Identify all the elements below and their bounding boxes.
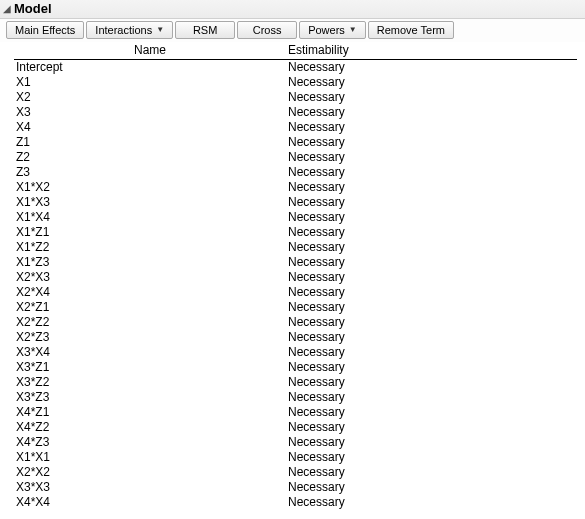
estimability-cell: Necessary	[286, 420, 577, 435]
term-name-cell: Intercept	[14, 60, 286, 76]
table-row[interactable]: X2Necessary	[14, 90, 577, 105]
table-row[interactable]: X3*Z1Necessary	[14, 360, 577, 375]
estimability-cell: Necessary	[286, 180, 577, 195]
interactions-button[interactable]: Interactions ▼	[86, 21, 173, 39]
rsm-button[interactable]: RSM	[175, 21, 235, 39]
estimability-cell: Necessary	[286, 75, 577, 90]
table-row[interactable]: X2*Z2Necessary	[14, 315, 577, 330]
toolbar: Main Effects Interactions ▼ RSM Cross Po…	[0, 19, 585, 42]
table-row[interactable]: X2*X4Necessary	[14, 285, 577, 300]
term-name-cell: X3*Z3	[14, 390, 286, 405]
table-row[interactable]: X2*Z1Necessary	[14, 300, 577, 315]
column-header-estimability[interactable]: Estimability	[286, 42, 577, 60]
term-name-cell: X4*Z3	[14, 435, 286, 450]
table-row[interactable]: X2*X3Necessary	[14, 270, 577, 285]
estimability-cell: Necessary	[286, 135, 577, 150]
column-header-name[interactable]: Name	[14, 42, 286, 60]
term-name-cell: X4*X4	[14, 495, 286, 510]
chevron-down-icon: ▼	[156, 26, 164, 34]
estimability-cell: Necessary	[286, 90, 577, 105]
estimability-cell: Necessary	[286, 330, 577, 345]
table-row[interactable]: X1*Z2Necessary	[14, 240, 577, 255]
table-row[interactable]: X3*X3Necessary	[14, 480, 577, 495]
estimability-cell: Necessary	[286, 120, 577, 135]
term-name-cell: X3*Z2	[14, 375, 286, 390]
term-name-cell: X2	[14, 90, 286, 105]
estimability-cell: Necessary	[286, 450, 577, 465]
estimability-cell: Necessary	[286, 105, 577, 120]
cross-button[interactable]: Cross	[237, 21, 297, 39]
term-name-cell: X1*X2	[14, 180, 286, 195]
table-row[interactable]: X1*Z1Necessary	[14, 225, 577, 240]
term-name-cell: X1*X4	[14, 210, 286, 225]
table-row[interactable]: X3*Z2Necessary	[14, 375, 577, 390]
term-name-cell: X1	[14, 75, 286, 90]
table-row[interactable]: Z3Necessary	[14, 165, 577, 180]
estimability-cell: Necessary	[286, 300, 577, 315]
estimability-cell: Necessary	[286, 375, 577, 390]
term-name-cell: X2*Z1	[14, 300, 286, 315]
term-name-cell: X1*X1	[14, 450, 286, 465]
estimability-cell: Necessary	[286, 195, 577, 210]
table-row[interactable]: X4Necessary	[14, 120, 577, 135]
remove-term-button[interactable]: Remove Term	[368, 21, 454, 39]
estimability-cell: Necessary	[286, 405, 577, 420]
table-row[interactable]: X4*X4Necessary	[14, 495, 577, 510]
table-row[interactable]: X4*Z1Necessary	[14, 405, 577, 420]
table-row[interactable]: X1*X4Necessary	[14, 210, 577, 225]
estimability-cell: Necessary	[286, 150, 577, 165]
term-name-cell: X1*Z3	[14, 255, 286, 270]
table-row[interactable]: X4*Z3Necessary	[14, 435, 577, 450]
estimability-cell: Necessary	[286, 360, 577, 375]
model-panel: ◢ Model Main Effects Interactions ▼ RSM …	[0, 0, 585, 516]
model-table: Name Estimability InterceptNecessaryX1Ne…	[14, 42, 577, 510]
term-name-cell: X2*Z3	[14, 330, 286, 345]
powers-label: Powers	[308, 24, 345, 36]
term-name-cell: X2*Z2	[14, 315, 286, 330]
table-row[interactable]: Z2Necessary	[14, 150, 577, 165]
term-name-cell: Z3	[14, 165, 286, 180]
estimability-cell: Necessary	[286, 225, 577, 240]
table-row[interactable]: X3*X4Necessary	[14, 345, 577, 360]
term-name-cell: X1*X3	[14, 195, 286, 210]
term-name-cell: X3*X3	[14, 480, 286, 495]
model-table-wrap: Name Estimability InterceptNecessaryX1Ne…	[0, 42, 585, 516]
estimability-cell: Necessary	[286, 495, 577, 510]
estimability-cell: Necessary	[286, 210, 577, 225]
estimability-cell: Necessary	[286, 60, 577, 76]
panel-header: ◢ Model	[0, 0, 585, 19]
estimability-cell: Necessary	[286, 255, 577, 270]
term-name-cell: X3*X4	[14, 345, 286, 360]
term-name-cell: X2*X2	[14, 465, 286, 480]
table-row[interactable]: X3Necessary	[14, 105, 577, 120]
table-row[interactable]: X1*X2Necessary	[14, 180, 577, 195]
main-effects-button[interactable]: Main Effects	[6, 21, 84, 39]
table-row[interactable]: InterceptNecessary	[14, 60, 577, 76]
table-row[interactable]: X4*Z2Necessary	[14, 420, 577, 435]
table-header-row: Name Estimability	[14, 42, 577, 60]
powers-button[interactable]: Powers ▼	[299, 21, 366, 39]
table-row[interactable]: X1*X1Necessary	[14, 450, 577, 465]
term-name-cell: X4*Z1	[14, 405, 286, 420]
term-name-cell: X4*Z2	[14, 420, 286, 435]
term-name-cell: X3	[14, 105, 286, 120]
estimability-cell: Necessary	[286, 270, 577, 285]
interactions-label: Interactions	[95, 24, 152, 36]
table-row[interactable]: X1*X3Necessary	[14, 195, 577, 210]
table-row[interactable]: X3*Z3Necessary	[14, 390, 577, 405]
table-row[interactable]: X1*Z3Necessary	[14, 255, 577, 270]
table-row[interactable]: X1Necessary	[14, 75, 577, 90]
estimability-cell: Necessary	[286, 165, 577, 180]
table-row[interactable]: Z1Necessary	[14, 135, 577, 150]
disclosure-triangle-icon[interactable]: ◢	[2, 4, 12, 14]
estimability-cell: Necessary	[286, 480, 577, 495]
table-row[interactable]: X2*Z3Necessary	[14, 330, 577, 345]
chevron-down-icon: ▼	[349, 26, 357, 34]
estimability-cell: Necessary	[286, 315, 577, 330]
estimability-cell: Necessary	[286, 390, 577, 405]
term-name-cell: X1*Z2	[14, 240, 286, 255]
estimability-cell: Necessary	[286, 435, 577, 450]
table-row[interactable]: X2*X2Necessary	[14, 465, 577, 480]
term-name-cell: X3*Z1	[14, 360, 286, 375]
term-name-cell: Z2	[14, 150, 286, 165]
